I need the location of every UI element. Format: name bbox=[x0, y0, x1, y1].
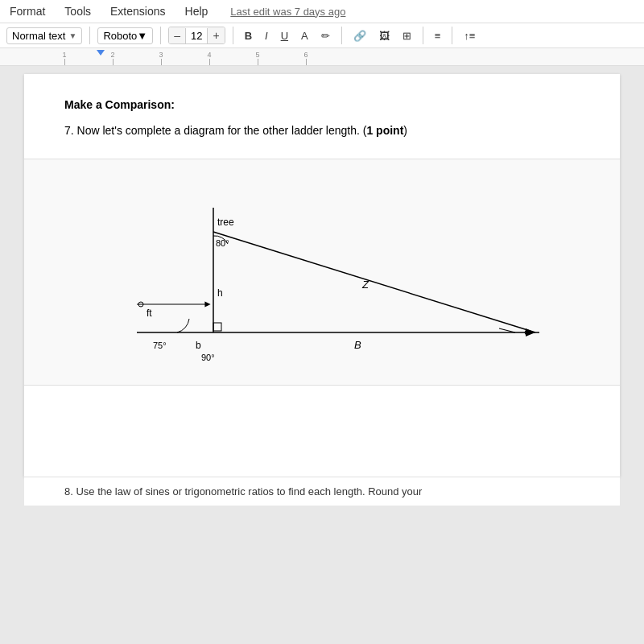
toolbar-separator-3 bbox=[233, 27, 233, 44]
ruler-label-6: 6 bbox=[303, 51, 308, 59]
diagram-svg: ft h tree 80° Z 75° b B bbox=[89, 192, 555, 369]
ruler-label-4: 4 bbox=[207, 51, 211, 59]
b-label: b bbox=[196, 340, 201, 351]
toolbar-separator-2 bbox=[160, 27, 161, 44]
ruler-mark-6: 6 bbox=[282, 51, 330, 65]
B-label: B bbox=[354, 339, 361, 351]
question-prefix: 7. Now let's complete a diagram for the … bbox=[64, 124, 366, 137]
font-size-increase[interactable]: + bbox=[208, 27, 224, 43]
menu-bar: Format Tools Extensions Help Last edit w… bbox=[0, 0, 644, 23]
question-bold: 1 point bbox=[366, 124, 403, 137]
ruler-tick-5 bbox=[258, 59, 258, 65]
ruler-tick-1 bbox=[64, 59, 65, 65]
font-size-control: – 12 + bbox=[168, 27, 225, 44]
h-label: h bbox=[217, 287, 223, 299]
menu-extensions[interactable]: Extensions bbox=[107, 3, 168, 19]
z-label: Z bbox=[361, 279, 369, 291]
link-button[interactable]: 🔗 bbox=[349, 28, 370, 43]
angle-90-label: 90° bbox=[201, 353, 215, 362]
toolbar: Normal text ▼ Roboto ▼ – 12 + B I U A ✏ … bbox=[0, 23, 644, 48]
highlight-button[interactable]: ✏ bbox=[317, 28, 334, 43]
font-select[interactable]: Roboto ▼ bbox=[97, 27, 153, 44]
ruler-mark-1: 1 bbox=[40, 51, 89, 65]
svg-rect-9 bbox=[213, 323, 221, 331]
ruler-label-2: 2 bbox=[110, 51, 114, 59]
ruler-mark-5: 5 bbox=[233, 51, 282, 65]
ruler: 1 2 3 4 5 6 bbox=[0, 48, 644, 66]
image-button[interactable]: 🖼 bbox=[375, 28, 394, 43]
question-suffix: ) bbox=[403, 124, 407, 137]
ruler-label-5: 5 bbox=[255, 51, 259, 59]
menu-help[interactable]: Help bbox=[182, 3, 212, 19]
menu-tools[interactable]: Tools bbox=[61, 3, 94, 19]
italic-button[interactable]: I bbox=[261, 28, 272, 43]
section-title: Make a Comparison: bbox=[64, 98, 580, 111]
font-label: Roboto bbox=[103, 30, 137, 42]
ruler-label-1: 1 bbox=[62, 51, 66, 59]
font-size-decrease[interactable]: – bbox=[169, 27, 185, 43]
text-style-label: Normal text bbox=[12, 30, 65, 42]
toolbar-separator-1 bbox=[89, 27, 90, 44]
last-edit-label: Last edit was 7 days ago bbox=[230, 6, 345, 18]
table-button[interactable]: ⊞ bbox=[398, 28, 415, 43]
align-button[interactable]: ≡ bbox=[431, 28, 445, 43]
toolbar-separator-6 bbox=[452, 27, 452, 44]
text-style-arrow: ▼ bbox=[68, 31, 76, 40]
text-style-select[interactable]: Normal text ▼ bbox=[6, 27, 82, 44]
bold-button[interactable]: B bbox=[241, 28, 256, 43]
svg-line-2 bbox=[213, 232, 535, 332]
ruler-mark-4: 4 bbox=[185, 51, 233, 65]
angle-75-label: 75° bbox=[153, 341, 167, 350]
question-text: 7. Now let's complete a diagram for the … bbox=[64, 122, 580, 139]
diagram-section: ft h tree 80° Z 75° b B bbox=[24, 159, 620, 386]
text-color-button[interactable]: A bbox=[297, 28, 312, 43]
document-area[interactable]: Make a Comparison: 7. Now let's complete… bbox=[0, 66, 644, 644]
font-size-value[interactable]: 12 bbox=[185, 28, 208, 43]
ft-label: ft bbox=[147, 308, 152, 319]
bottom-hint-text: 8. Use the law of sines or trigonometric… bbox=[64, 485, 422, 497]
toolbar-separator-5 bbox=[423, 27, 423, 44]
ruler-tab-marker[interactable] bbox=[97, 50, 105, 56]
tree-label: tree bbox=[217, 217, 234, 228]
menu-format[interactable]: Format bbox=[6, 3, 48, 19]
toolbar-separator-4 bbox=[341, 27, 342, 44]
ruler-tick-4 bbox=[209, 59, 210, 65]
ruler-tick-6 bbox=[306, 59, 307, 65]
ruler-label-3: 3 bbox=[159, 51, 163, 59]
ruler-tick-3 bbox=[161, 59, 162, 65]
indent-button[interactable]: ↑≡ bbox=[460, 28, 479, 43]
svg-marker-3 bbox=[526, 328, 535, 336]
bottom-hint: 8. Use the law of sines or trigonometric… bbox=[24, 477, 620, 506]
underline-button[interactable]: U bbox=[277, 28, 292, 43]
ruler-mark-2: 2 bbox=[89, 51, 137, 65]
font-arrow: ▼ bbox=[137, 30, 147, 42]
ruler-mark-3: 3 bbox=[137, 51, 185, 65]
diagram-wrapper: ft h tree 80° Z 75° b B bbox=[89, 192, 555, 369]
document-page: Make a Comparison: 7. Now let's complete… bbox=[24, 74, 620, 477]
ruler-tick-2 bbox=[113, 59, 114, 65]
